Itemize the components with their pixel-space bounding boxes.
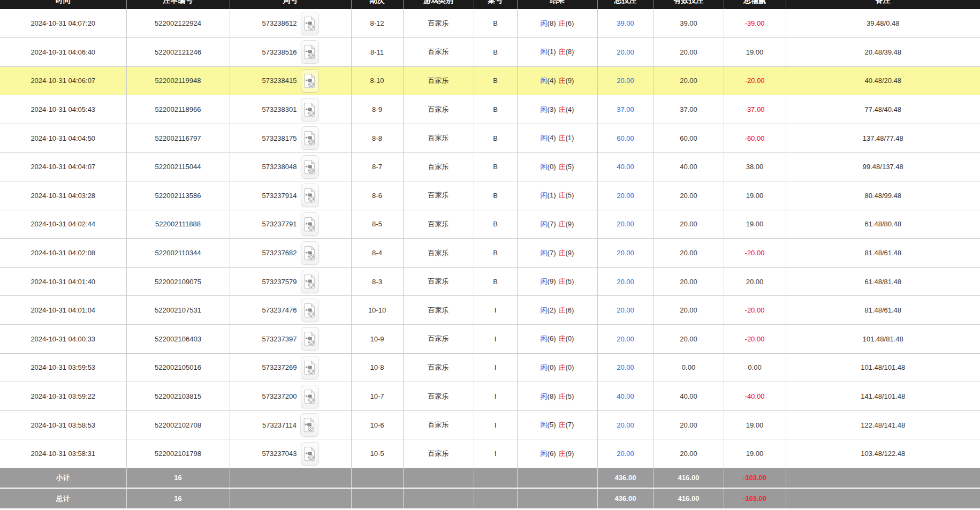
time-text: 2024-10-31 03:58:31 [31,450,95,458]
banker-label: 庄 [559,392,566,400]
cell-bet-id: 522002109075 [126,267,230,296]
cell-game-type: 百家乐 [403,210,474,239]
cell-period: 8-7 [351,153,403,181]
round-id-text: 573238175 [262,134,297,142]
valid-bet-text: 20.00 [680,278,697,286]
cell-game-type: 百家乐 [403,95,474,124]
cell-time: 2024-10-31 04:05:43 [0,95,126,124]
cell-remark: 39.48/0.48 [786,9,980,38]
cell-game-type: 百家乐 [403,124,474,153]
total-bet-text: 20.00 [617,421,634,429]
time-text: 2024-10-31 04:02:08 [31,249,95,257]
summary-row: 小计 16 436.00 416.00 -103.00 [0,468,980,488]
cell-total-bet: 60.00 [597,124,654,153]
cell-round-id: 573238516 [230,38,351,67]
valid-bet-text: 40.00 [680,392,697,400]
video-playback-button[interactable] [301,270,319,293]
header-label-valid-bet: 有效投注 [654,0,724,4]
player-label: 闲 [541,220,548,228]
banker-label: 庄 [559,363,566,371]
banker-label: 庄 [559,277,566,285]
cell-table-code: I [474,325,517,354]
player-points: (8) [548,392,556,400]
cell-result: 闲(0)庄(0) [517,353,597,382]
player-points: (1) [548,48,556,56]
bet-id-text: 522002102708 [155,421,201,429]
cell-win-loss: -39.00 [724,9,786,38]
header-cell-table-code: 桌号 [474,0,517,9]
banker-points: (7) [566,421,574,429]
cell-round-id: 573237200 [230,382,351,411]
cell-result: 闲(8)庄(5) [517,382,597,411]
video-playback-icon [304,102,316,117]
cell-total-bet: 20.00 [597,181,654,210]
cell-round-id: 573238612 [230,9,351,38]
cell-round-id: 573237269 [230,353,351,382]
header-cell-game-type: 游戏类别 [403,0,474,9]
video-playback-button[interactable] [301,442,319,466]
video-playback-button[interactable] [301,327,319,351]
video-playback-icon [304,159,316,174]
banker-label: 庄 [559,334,566,342]
cell-remark: 81.48/61.48 [786,296,980,325]
cell-remark: 61.48/80.48 [786,210,980,239]
table-row: 2024-10-31 04:01:40 522002109075 5732375… [0,267,980,296]
header-label-result: 结果 [518,0,597,4]
video-playback-button[interactable] [301,356,319,379]
cell-table-code: B [474,38,517,67]
video-playback-icon [304,217,316,232]
video-playback-button[interactable] [301,184,319,207]
cell-bet-id: 522002107531 [126,296,230,325]
cell-remark: 61.48/81.48 [786,267,980,296]
cell-win-loss: 19.00 [724,439,786,468]
period-text: 10-8 [370,363,384,371]
valid-bet-text: 20.00 [680,77,697,85]
cell-valid-bet: 37.00 [654,95,724,124]
video-playback-button[interactable] [301,12,319,35]
cell-remark: 81.48/61.48 [786,239,980,268]
video-playback-button[interactable] [301,385,319,408]
video-playback-button[interactable] [301,212,319,236]
video-playback-button[interactable] [301,40,319,64]
cell-bet-id: 522002116797 [126,124,230,153]
video-playback-button[interactable] [301,241,319,265]
cell-win-loss: 19.00 [724,181,786,210]
player-label: 闲 [541,19,548,27]
table-header: 时间 注单编号 局号 期次 游戏类别 桌号 结果 总投注 有效投注 总输赢 备注 [0,0,980,9]
video-playback-icon [304,274,316,289]
video-playback-button[interactable] [300,413,318,437]
cell-bet-id: 522002101798 [126,439,230,468]
round-id-wrap: 573238175 [230,126,351,150]
cell-win-loss: -20.00 [724,325,786,354]
total-bet-text: 20.00 [617,220,634,228]
cell-valid-bet: 20.00 [654,239,724,268]
header-label-period: 期次 [352,0,403,4]
cell-win-loss: -20.00 [724,296,786,325]
win-loss-text: -40.00 [745,392,765,400]
banker-points: (0) [566,334,574,342]
player-points: (8) [548,19,556,27]
table-code-text: B [493,220,498,228]
video-playback-button[interactable] [301,126,319,150]
bet-id-text: 522002116797 [155,134,201,142]
round-id-text: 573238415 [262,77,297,85]
video-playback-button[interactable] [301,69,319,93]
cell-game-type: 百家乐 [403,153,474,181]
video-playback-button[interactable] [301,299,319,322]
cell-game-type: 百家乐 [403,296,474,325]
win-loss-text: 19.00 [746,192,764,200]
table-row: 2024-10-31 04:07:20 522002122924 5732386… [0,9,980,38]
round-id-wrap: 573237269 [230,356,351,379]
round-id-wrap: 573237200 [230,385,351,408]
round-id-wrap: 573237476 [230,299,351,322]
cell-round-id: 573237476 [230,296,351,325]
banker-label: 庄 [559,306,566,314]
summary-row: 总计 16 436.00 416.00 -103.00 [0,489,980,508]
cell-game-type: 百家乐 [403,439,474,468]
video-playback-button[interactable] [301,98,319,121]
video-playback-button[interactable] [301,155,319,179]
remark-text: 122.48/141.48 [861,421,905,429]
cell-round-id: 573237397 [230,325,351,354]
banker-points: (5) [566,277,574,285]
round-id-wrap: 573237579 [230,270,351,293]
